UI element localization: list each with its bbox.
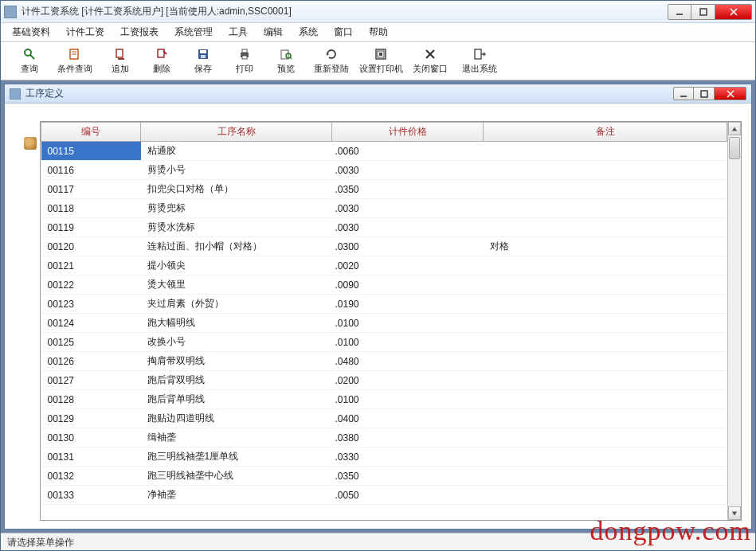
cell-code: 00122 bbox=[41, 276, 141, 295]
table-row[interactable]: 00131跑三明线袖垄1厘单线.0330 bbox=[41, 447, 727, 467]
table-row[interactable]: 00126掏肩带双明线.0480 bbox=[41, 352, 727, 371]
svg-point-4 bbox=[25, 49, 31, 56]
tool-exit[interactable]: 退出系统 bbox=[455, 44, 504, 79]
column-header-3[interactable]: 备注 bbox=[484, 123, 727, 142]
table-row[interactable]: 00117扣兜尖口对格（单）.0350 bbox=[41, 180, 727, 199]
cell-note bbox=[484, 295, 727, 314]
tool-preview[interactable]: 预览 bbox=[265, 44, 307, 79]
maximize-button[interactable] bbox=[691, 4, 715, 20]
child-maximize-button[interactable] bbox=[694, 87, 715, 100]
tool-print[interactable]: 打印 bbox=[224, 44, 265, 79]
table-row[interactable]: 00121提小领尖.0020 bbox=[41, 256, 727, 276]
exit-icon bbox=[473, 48, 486, 61]
cell-code: 00116 bbox=[41, 161, 141, 180]
cell-note bbox=[484, 199, 727, 218]
menu-item-0[interactable]: 基础资料 bbox=[4, 22, 58, 42]
cell-note bbox=[484, 371, 727, 390]
cell-code: 00115 bbox=[41, 142, 141, 161]
table-row[interactable]: 00120连粘过面、扣小帽（对格）.0300对格 bbox=[41, 237, 727, 256]
delete-icon bbox=[155, 48, 168, 61]
cell-name: 剪烫小号 bbox=[141, 161, 332, 180]
table-row[interactable]: 00133净袖垄.0050 bbox=[41, 486, 727, 505]
table-row[interactable]: 00129跑贴边四道明线.0400 bbox=[41, 409, 727, 428]
table-row[interactable]: 00125改换小号.0100 bbox=[41, 333, 727, 352]
table-row[interactable]: 00115粘通胶.0060 bbox=[41, 142, 727, 161]
vertical-scrollbar[interactable] bbox=[727, 122, 741, 520]
table-row[interactable]: 00123夹过肩素（外贸）.0190 bbox=[41, 295, 727, 314]
cell-code: 00133 bbox=[41, 486, 141, 505]
cell-note bbox=[484, 390, 727, 409]
scroll-track[interactable] bbox=[728, 135, 741, 506]
status-bar: 请选择菜单操作 bbox=[1, 533, 755, 550]
cell-name: 跑三明线袖垄中心线 bbox=[141, 467, 332, 486]
cell-code: 00118 bbox=[41, 199, 141, 218]
menu-bar: 基础资料计件工资工资报表系统管理工具编辑系统窗口帮助 bbox=[1, 23, 755, 42]
table-row[interactable]: 00128跑后背单明线.0100 bbox=[41, 390, 727, 409]
tool-search[interactable]: 查询 bbox=[9, 44, 50, 79]
table-row[interactable]: 00119剪烫水洗标.0030 bbox=[41, 218, 727, 237]
tool-printer-settings[interactable]: 设置打印机 bbox=[356, 44, 405, 79]
menu-item-3[interactable]: 系统管理 bbox=[166, 22, 221, 42]
cell-price: .0100 bbox=[332, 314, 484, 333]
search-icon bbox=[23, 48, 36, 61]
close-button[interactable] bbox=[715, 4, 752, 20]
cell-name: 剪烫水洗标 bbox=[141, 218, 332, 237]
column-header-2[interactable]: 计件价格 bbox=[332, 123, 484, 142]
table-row[interactable]: 00118剪烫兜标.0030 bbox=[41, 199, 727, 218]
svg-marker-35 bbox=[732, 127, 737, 131]
table-row[interactable]: 00124跑大幅明线.0100 bbox=[41, 314, 727, 333]
column-header-0[interactable]: 编号 bbox=[41, 123, 141, 142]
menu-item-6[interactable]: 系统 bbox=[291, 22, 326, 42]
tool-relogin[interactable]: 重新登陆 bbox=[307, 44, 356, 79]
window-controls bbox=[668, 4, 752, 20]
row-marker-icon bbox=[24, 137, 37, 150]
cell-code: 00131 bbox=[41, 447, 141, 467]
data-grid[interactable]: 编号工序名称计件价格备注 00115粘通胶.006000116剪烫小号.0030… bbox=[41, 122, 727, 520]
cell-note bbox=[484, 467, 727, 486]
table-row[interactable]: 00132跑三明线袖垄中心线.0350 bbox=[41, 467, 727, 486]
menu-item-1[interactable]: 计件工资 bbox=[58, 22, 112, 42]
tool-append[interactable]: 追加 bbox=[100, 44, 141, 79]
menu-item-4[interactable]: 工具 bbox=[221, 22, 256, 42]
scroll-up-button[interactable] bbox=[728, 122, 741, 135]
cell-note bbox=[484, 314, 727, 333]
tool-filter[interactable]: 条件查询 bbox=[50, 44, 100, 79]
cell-note bbox=[484, 218, 727, 237]
menu-item-2[interactable]: 工资报表 bbox=[112, 22, 166, 42]
menu-item-5[interactable]: 编辑 bbox=[256, 22, 291, 42]
table-row[interactable]: 00130缉袖垄.0380 bbox=[41, 428, 727, 447]
tool-label: 重新登陆 bbox=[314, 63, 349, 75]
cell-code: 00117 bbox=[41, 180, 141, 199]
scroll-thumb[interactable] bbox=[729, 137, 740, 159]
cell-code: 00127 bbox=[41, 371, 141, 390]
tool-label: 条件查询 bbox=[57, 63, 92, 75]
menu-item-8[interactable]: 帮助 bbox=[361, 22, 396, 42]
toolbar: 查询条件查询追加删除保存打印预览重新登陆设置打印机关闭窗口退出系统 bbox=[1, 42, 755, 80]
child-title-bar: 工序定义 bbox=[5, 84, 751, 104]
column-header-1[interactable]: 工序名称 bbox=[141, 123, 332, 142]
svg-rect-11 bbox=[158, 49, 164, 57]
cell-price: .0030 bbox=[332, 199, 484, 218]
child-close-button[interactable] bbox=[715, 87, 746, 100]
minimize-button[interactable] bbox=[668, 4, 691, 20]
cell-note bbox=[484, 428, 727, 447]
table-row[interactable]: 00127跑后背双明线.0200 bbox=[41, 371, 727, 390]
table-row[interactable]: 00116剪烫小号.0030 bbox=[41, 161, 727, 180]
child-minimize-button[interactable] bbox=[673, 87, 694, 100]
cell-name: 跑后背双明线 bbox=[141, 371, 332, 390]
cell-name: 跑三明线袖垄1厘单线 bbox=[141, 447, 332, 467]
tool-save[interactable]: 保存 bbox=[182, 44, 224, 79]
cell-name: 跑贴边四道明线 bbox=[141, 409, 332, 428]
cell-note bbox=[484, 409, 727, 428]
tool-delete[interactable]: 删除 bbox=[141, 44, 182, 79]
app-title: 计件工资系统 [计件工资系统用户] [当前使用人:admin,SSC0001] bbox=[22, 5, 668, 18]
cell-note bbox=[484, 276, 727, 295]
scroll-down-button[interactable] bbox=[728, 506, 741, 520]
tool-close-window[interactable]: 关闭窗口 bbox=[405, 44, 455, 79]
cell-name: 粘通胶 bbox=[141, 142, 332, 161]
menu-item-7[interactable]: 窗口 bbox=[326, 22, 361, 42]
cell-price: .0090 bbox=[332, 276, 484, 295]
table-row[interactable]: 00122烫大领里.0090 bbox=[41, 276, 727, 295]
cell-code: 00125 bbox=[41, 333, 141, 352]
append-icon bbox=[114, 48, 127, 61]
